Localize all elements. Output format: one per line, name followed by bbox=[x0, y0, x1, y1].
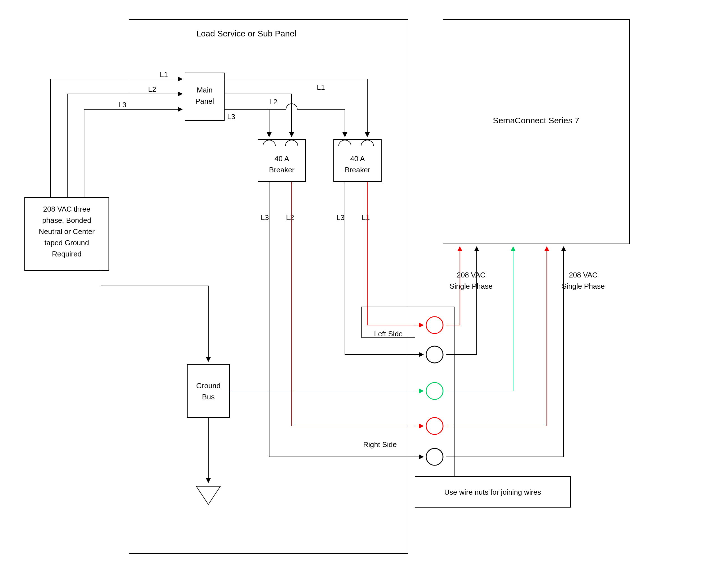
supply-line3: Neutral or Center bbox=[39, 227, 95, 236]
supply-line5: Required bbox=[52, 250, 82, 258]
junction-box bbox=[415, 307, 454, 477]
breaker-left-out-l2: L2 bbox=[286, 213, 294, 222]
load-panel-box bbox=[129, 20, 408, 553]
breaker-right-l1: 40 A bbox=[350, 154, 365, 163]
semaconnect-title: SemaConnect Series 7 bbox=[493, 116, 579, 125]
phase-b-l2: Single Phase bbox=[561, 282, 605, 290]
load-panel-title: Load Service or Sub Panel bbox=[196, 29, 297, 38]
breaker-right-out-l3: L3 bbox=[336, 213, 345, 222]
breaker-left-out-l3: L3 bbox=[261, 213, 269, 222]
wire-nuts-label: Use wire nuts for joining wires bbox=[444, 488, 541, 496]
wire-out-green bbox=[446, 247, 513, 391]
ground-bus-box bbox=[187, 364, 229, 418]
ground-bus-l2: Bus bbox=[202, 393, 215, 401]
phase-b-l1: 208 VAC bbox=[569, 271, 597, 279]
breaker-left-l2: Breaker bbox=[269, 166, 294, 174]
supply-line1: 208 VAC three bbox=[43, 205, 90, 213]
breaker-left-l1: 40 A bbox=[274, 154, 289, 163]
label-main-l2: L2 bbox=[269, 98, 277, 106]
label-supply-l3: L3 bbox=[118, 101, 126, 109]
right-side-label: Right Side bbox=[363, 440, 397, 449]
supply-line4: taped Ground bbox=[44, 238, 89, 247]
main-panel-l2: Panel bbox=[196, 97, 214, 105]
semaconnect-box bbox=[443, 20, 630, 244]
phase-a-l2: Single Phase bbox=[449, 282, 492, 290]
supply-line2: phase, Bonded bbox=[42, 216, 91, 225]
label-supply-l1: L1 bbox=[160, 70, 168, 79]
main-panel-l1: Main bbox=[197, 86, 212, 94]
ground-bus-l1: Ground bbox=[196, 381, 221, 390]
label-main-l1: L1 bbox=[317, 83, 325, 91]
label-supply-l2: L2 bbox=[148, 85, 156, 93]
label-main-l3: L3 bbox=[227, 112, 235, 121]
main-panel-box bbox=[185, 73, 224, 121]
breaker-right-out-l1: L1 bbox=[362, 213, 370, 222]
left-side-label: Left Side bbox=[374, 330, 403, 338]
phase-a-l1: 208 VAC bbox=[457, 271, 485, 279]
wiring-diagram: Load Service or Sub Panel 208 VAC three … bbox=[0, 0, 715, 588]
breaker-right-l2: Breaker bbox=[345, 166, 370, 174]
